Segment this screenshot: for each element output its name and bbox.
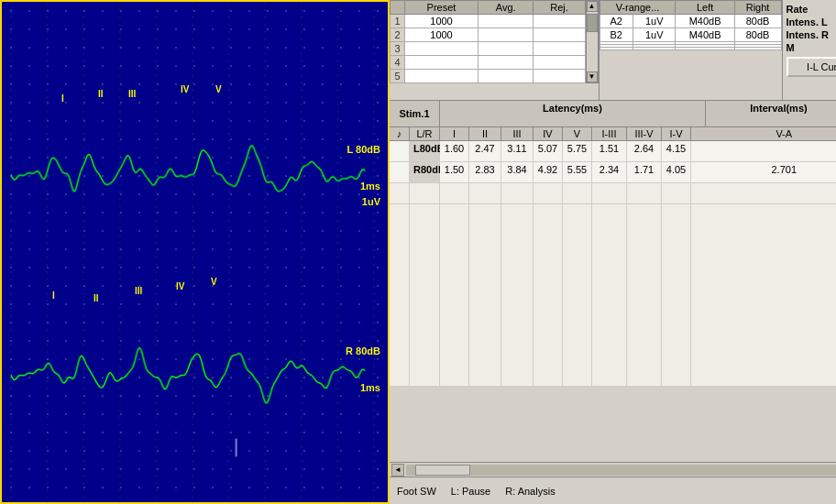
data-row-empty-1 [390, 183, 836, 204]
int-i-iii-col: I-III [592, 127, 627, 140]
preset-rownum-4: 4 [390, 56, 405, 70]
data-row-empty-4 [390, 245, 836, 265]
lat-ii-col: II [469, 127, 501, 140]
preset-row-1: 1 1000 [390, 15, 586, 28]
preset-scrollbar[interactable]: ▲ ▼ [586, 0, 599, 83]
rej-val-5 [534, 70, 585, 83]
right-panel: Preset Avg. Rej. 1 1000 2 [390, 0, 836, 504]
scroll-down-btn[interactable]: ▼ [587, 71, 598, 82]
vrange-section: V-range... Left Right A2 1uV M40dB 80dB … [599, 0, 782, 100]
vrange-empty-12 [734, 48, 781, 50]
int-i-v-r: 4.05 [662, 162, 691, 182]
note-cell-r [390, 162, 410, 182]
stim-label: Stim.1 [393, 108, 435, 119]
data-row-empty-3 [390, 225, 836, 245]
preset-area: Preset Avg. Rej. 1 1000 2 [390, 0, 599, 100]
il-curve-button[interactable]: I-L Curve [786, 57, 837, 77]
intens-r-label: Intens. R [786, 29, 837, 40]
rej-val-4 [534, 56, 585, 70]
data-row-empty-5 [390, 265, 836, 285]
int-i-v-l: 4.15 [662, 141, 691, 161]
lat-iii-col: III [501, 127, 534, 140]
vrange-1uv-l: 1uV [633, 15, 676, 28]
preset-val-5[interactable] [405, 70, 478, 83]
lr-label-l: L80dB [410, 141, 440, 161]
preset-rownum-3: 3 [390, 42, 405, 56]
lr-label-r: R80dB [410, 162, 440, 182]
preset-rownum-1: 1 [390, 15, 405, 28]
vrange-row-1: A2 1uV M40dB 80dB [600, 15, 781, 28]
lat-i-col: I [440, 127, 469, 140]
vrange-1uv-r: 1uV [633, 28, 676, 42]
int-iii-v-l: 2.64 [627, 141, 662, 161]
preset-col-avg: Avg. [478, 1, 534, 15]
data-row-empty-10 [390, 366, 836, 386]
rej-val-2 [534, 28, 585, 42]
sub-header-row: ♪ L/R I II III IV V I-III III-V I-V V-A [390, 127, 836, 141]
interval-header: Interval(ms) [706, 101, 836, 126]
int-i-iii-l: 1.51 [592, 141, 627, 161]
lat-i-r: 1.50 [440, 162, 469, 182]
vrange-80db-r: 80dB [734, 28, 781, 42]
preset-val-4[interactable] [405, 56, 478, 70]
lat-ii-r: 2.83 [469, 162, 501, 182]
preset-col-rej: Rej. [534, 1, 585, 15]
lat-v-r: 5.55 [563, 162, 592, 182]
preset-val-2[interactable]: 1000 [405, 28, 478, 42]
vrange-m40db-l: M40dB [676, 15, 734, 28]
int-i-v-col: I-V [662, 127, 691, 140]
lat-iii-r: 3.84 [501, 162, 534, 182]
m-label: M [786, 42, 837, 53]
left-header: Left [676, 1, 734, 15]
lat-v-col: V [563, 127, 592, 140]
scroll-track[interactable] [406, 465, 836, 476]
preset-table: Preset Avg. Rej. 1 1000 2 [390, 0, 586, 83]
vrange-row-5 [600, 48, 781, 50]
data-row-empty-8 [390, 325, 836, 345]
vrange-row-2: B2 1uV M40dB 80dB [600, 28, 781, 42]
avg-val-2 [478, 28, 534, 42]
vrange-m40db-r: M40dB [676, 28, 734, 42]
preset-row-5: 5 [390, 70, 586, 83]
scroll-thumb-h[interactable] [415, 465, 470, 476]
data-section: Stim.1 Latency(ms) Interval(ms) Amp.(uV)… [390, 101, 836, 477]
r80db-label: R 80dB [346, 345, 380, 356]
preset-row-3: 3 [390, 42, 586, 56]
avg-val-3 [478, 42, 534, 56]
int-iii-v-col: III-V [627, 127, 662, 140]
int-iii-v-r: 1.71 [627, 162, 662, 182]
lat-iv-l: 5.07 [534, 141, 563, 161]
vrange-header: V-range... [600, 1, 676, 15]
roman-III-r: III [135, 286, 142, 296]
scroll-left-btn[interactable]: ◄ [391, 464, 404, 477]
time-label-r: 1ms [360, 382, 380, 393]
note-cell-l [390, 141, 410, 161]
int-i-iii-r: 2.34 [592, 162, 627, 182]
vrange-empty-9 [600, 48, 633, 50]
roman-II-r: II [94, 293, 99, 303]
roman-IV-r: IV [176, 281, 184, 291]
horizontal-scrollbar[interactable]: ◄ ► [390, 462, 836, 477]
time-label-l: 1ms [360, 181, 380, 192]
preset-val-3[interactable] [405, 42, 478, 56]
data-row-l80: L80dB 1.60 2.47 3.11 5.07 5.75 1.51 2.64… [390, 141, 836, 162]
l-pause-label: L: Pause [451, 486, 490, 497]
data-row-empty-2 [390, 204, 836, 225]
data-row-empty-9 [390, 345, 836, 366]
roman-IV-l: IV [181, 84, 189, 94]
preset-val-1[interactable]: 1000 [405, 15, 478, 28]
scroll-up-btn[interactable]: ▲ [587, 1, 598, 12]
preset-rownum-5: 5 [390, 70, 405, 83]
top-section: Preset Avg. Rej. 1 1000 2 [390, 0, 836, 101]
amp-va-l [691, 141, 836, 161]
lat-iv-r: 4.92 [534, 162, 563, 182]
data-row-empty-6 [390, 285, 836, 305]
vrange-empty-11 [676, 48, 734, 50]
roman-III-l: III [128, 89, 136, 99]
roman-I-l: I [61, 93, 64, 104]
avg-val-4 [478, 56, 534, 70]
lat-iii-l: 3.11 [501, 141, 534, 161]
avg-val-1 [478, 15, 534, 28]
rate-section: Rate Intens. L Intens. R M I-L Curve [782, 0, 837, 100]
scroll-thumb[interactable] [587, 14, 598, 32]
